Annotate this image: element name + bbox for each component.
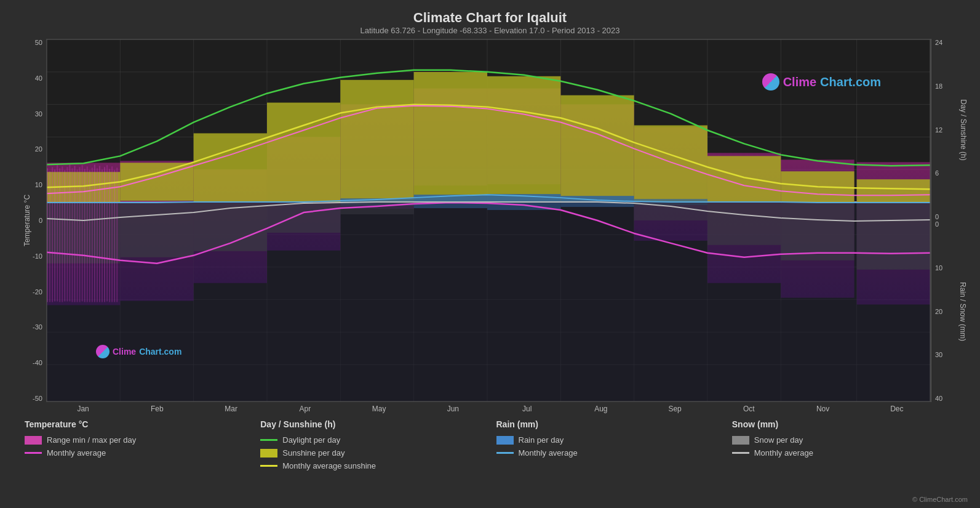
x-label-sep: Sep: [638, 405, 712, 413]
legend-label-rain: Rain per day: [519, 435, 564, 445]
legend-item-rain-per-day: Rain per day: [496, 435, 720, 445]
x-label-mar: Mar: [194, 405, 268, 413]
y-axis-right-bottom: Rain / Snow (mm) 0 10 20 30 40: [931, 220, 968, 402]
main-container: Climate Chart for Iqaluit Latitude 63.72…: [0, 0, 980, 508]
x-label-may: May: [342, 405, 416, 413]
svg-rect-81: [87, 166, 88, 302]
legend-item-temp-range: Range min / max per day: [25, 435, 248, 445]
x-label-feb: Feb: [120, 405, 194, 413]
legend-section-title-rain: Rain (mm): [496, 419, 720, 429]
svg-rect-49: [857, 179, 930, 202]
legend-item-snow-avg: Monthly average: [732, 448, 955, 458]
y-axis-left: Temperature °C 50 40 30 20 10 0 -10 -20 …: [12, 39, 46, 402]
legend-swatch-rain: [496, 436, 514, 445]
y-axis-left-label: Temperature °C: [23, 195, 31, 246]
y-axis-right-top-label: Day / Sunshine (h): [958, 99, 967, 160]
title-area: Climate Chart for Iqaluit Latitude 63.72…: [12, 6, 968, 36]
svg-rect-44: [487, 76, 560, 202]
svg-rect-80: [84, 169, 86, 302]
x-label-oct: Oct: [712, 405, 786, 413]
x-label-aug: Aug: [564, 405, 638, 413]
x-label-jul: Jul: [490, 405, 564, 413]
logo-text-bottom1: Clime: [113, 347, 136, 357]
x-label-jan: Jan: [46, 405, 120, 413]
svg-rect-64: [47, 202, 930, 401]
legend-label-temp-range: Range min / max per day: [47, 435, 136, 445]
svg-rect-72: [64, 170, 65, 301]
chart-wrapper: Temperature °C 50 40 30 20 10 0 -10 -20 …: [12, 39, 968, 402]
logo-top-right: ClimeChart.com: [762, 73, 881, 91]
x-label-dec: Dec: [860, 405, 934, 413]
legend-section-title-sunshine: Day / Sunshine (h): [260, 419, 484, 429]
svg-rect-42: [340, 80, 413, 202]
legend-item-temp-avg: Monthly average: [25, 448, 248, 458]
x-label-jun: Jun: [416, 405, 490, 413]
legend-section-rain: Rain (mm) Rain per day Monthly average: [490, 419, 726, 470]
legend-item-sunshine-avg: Monthly average sunshine: [260, 461, 484, 470]
legend-swatch-temp-range: [25, 436, 42, 445]
legend-label-daylight: Daylight per day: [282, 435, 340, 445]
legend-section-title-temp: Temperature °C: [25, 419, 248, 429]
svg-rect-69: [57, 165, 58, 301]
svg-rect-86: [99, 166, 100, 302]
svg-rect-82: [89, 170, 90, 302]
y-axis-right-top: Day / Sunshine (h) 24 18 12 6 0: [931, 39, 968, 220]
logo-icon-top: [762, 73, 779, 91]
svg-rect-74: [69, 164, 70, 301]
svg-rect-93: [116, 167, 118, 302]
x-axis-area: Jan Feb Mar Apr May Jun Jul Aug Sep Oct …: [46, 402, 934, 413]
svg-rect-88: [104, 167, 105, 302]
svg-rect-70: [59, 168, 60, 302]
svg-rect-47: [707, 156, 781, 202]
legend-line-daylight: [260, 439, 277, 441]
legend-swatch-snow: [732, 436, 749, 445]
svg-rect-40: [194, 133, 267, 202]
x-label-nov: Nov: [786, 405, 860, 413]
legend-line-temp-avg: [25, 452, 42, 454]
legend-item-snow-per-day: Snow per day: [732, 435, 955, 445]
legend-label-sunshine: Sunshine per day: [282, 448, 345, 458]
svg-rect-66: [49, 171, 50, 302]
svg-rect-89: [106, 165, 108, 301]
svg-rect-85: [97, 168, 98, 302]
legend-area: Temperature °C Range min / max per day M…: [12, 419, 968, 470]
legend-swatch-sunshine: [260, 449, 277, 458]
legend-line-rain-avg: [496, 452, 514, 454]
svg-rect-90: [109, 169, 110, 302]
svg-rect-77: [77, 169, 78, 302]
svg-rect-78: [79, 167, 81, 302]
svg-rect-43: [414, 72, 487, 202]
legend-section-title-snow: Snow (mm): [732, 419, 955, 429]
legend-section-temperature: Temperature °C Range min / max per day M…: [18, 419, 254, 470]
legend-label-snow: Snow per day: [754, 435, 803, 445]
logo-text-chart: Chart.com: [820, 75, 881, 89]
legend-label-snow-avg: Monthly average: [754, 448, 813, 458]
legend-item-daylight: Daylight per day: [260, 435, 484, 445]
logo-text-bottom2: Chart.com: [139, 347, 181, 357]
logo-text-top: Clime: [783, 75, 816, 89]
svg-rect-92: [114, 170, 115, 302]
svg-rect-45: [560, 95, 634, 202]
logo-icon-bottom: [96, 345, 110, 358]
logo-bottom-left: ClimeChart.com: [96, 345, 181, 358]
legend-label-sunshine-avg: Monthly average sunshine: [282, 461, 376, 470]
legend-label-temp-avg: Monthly average: [47, 448, 106, 458]
legend-section-sunshine: Day / Sunshine (h) Daylight per day Suns…: [254, 419, 490, 470]
svg-rect-83: [92, 167, 93, 302]
svg-rect-68: [54, 169, 55, 301]
legend-section-snow: Snow (mm) Snow per day Monthly average: [726, 419, 962, 470]
svg-rect-91: [111, 166, 113, 302]
subtitle: Latitude 63.726 - Longitude -68.333 - El…: [12, 26, 968, 35]
legend-item-sunshine-per-day: Sunshine per day: [260, 448, 484, 458]
svg-rect-75: [71, 168, 73, 302]
legend-line-snow-avg: [732, 452, 749, 454]
y-axis-right-container: Day / Sunshine (h) 24 18 12 6 0 Rain / S…: [931, 39, 968, 402]
y-axis-right-bottom-label: Rain / Snow (mm): [958, 281, 967, 341]
legend-label-rain-avg: Monthly average: [519, 448, 578, 458]
copyright: © ClimeChart.com: [912, 496, 968, 503]
svg-rect-39: [120, 163, 193, 201]
legend-item-rain-avg: Monthly average: [496, 448, 720, 458]
main-title: Climate Chart for Iqaluit: [12, 10, 968, 26]
legend-line-sunshine-avg: [260, 465, 277, 467]
x-label-apr: Apr: [268, 405, 342, 413]
